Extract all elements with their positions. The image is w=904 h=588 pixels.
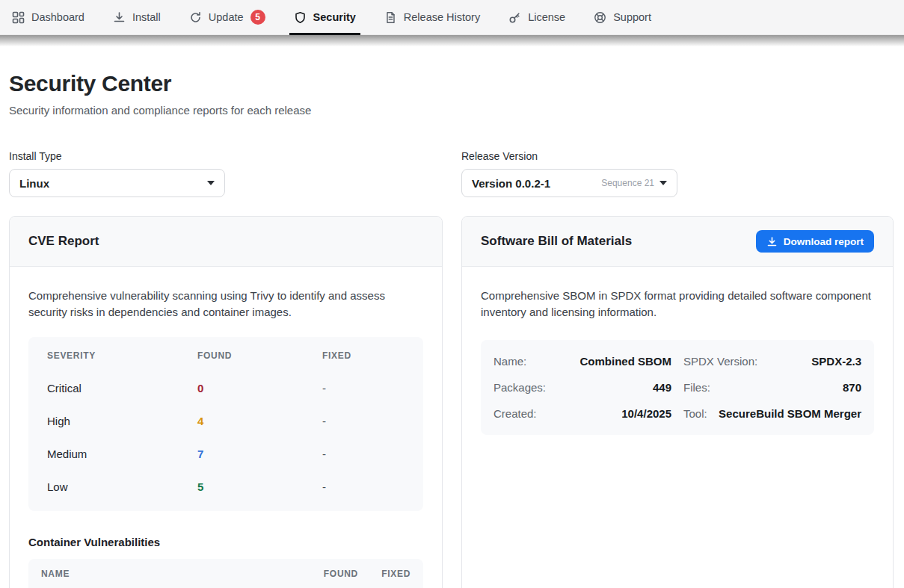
refresh-icon: [189, 11, 202, 24]
cve-report-description: Comprehensive vulnerability scanning usi…: [28, 288, 423, 321]
nav-item-label: Dashboard: [31, 11, 84, 23]
release-version-select[interactable]: Version 0.0.2-1 Sequence 21: [461, 169, 677, 197]
shield-icon: [294, 11, 307, 24]
container-vulnerabilities-title: Container Vulnerabilities: [28, 536, 423, 548]
update-count-badge: 5: [250, 10, 265, 25]
nav-item-support[interactable]: Support: [594, 0, 651, 35]
table-row: Low 5 -: [28, 471, 423, 504]
found-column-header: Found: [291, 569, 358, 579]
page-subtitle: Security information and compliance repo…: [9, 104, 894, 117]
table-row: Medium 7 -: [28, 438, 423, 471]
dashboard-grid-icon: [12, 11, 25, 24]
install-type-value: Linux: [19, 177, 49, 190]
install-type-filter: Install Type Linux: [9, 150, 225, 197]
table-row: Critical 0 -: [28, 372, 423, 405]
nav-item-label: Update: [209, 11, 244, 23]
cve-report-card: CVE Report Comprehensive vulnerability s…: [9, 216, 443, 588]
cve-report-title: CVE Report: [28, 234, 99, 249]
install-type-select[interactable]: Linux: [9, 169, 225, 197]
sbom-info-cell: Created: 10/4/2025: [493, 400, 671, 427]
release-version-label: Release Version: [461, 150, 677, 162]
page-title: Security Center: [9, 71, 894, 96]
main-content: Security Center Security information and…: [0, 71, 904, 588]
name-column-header: Name: [41, 569, 291, 579]
nav-item-update[interactable]: Update 5: [189, 0, 265, 35]
severity-column-header: Severity: [47, 350, 197, 361]
sbom-title: Software Bill of Materials: [481, 234, 632, 249]
nav-item-install[interactable]: Install: [113, 0, 161, 35]
sbom-card: Software Bill of Materials Download repo…: [461, 216, 894, 588]
nav-item-label: License: [528, 11, 565, 23]
key-icon: [508, 11, 521, 24]
nav-item-label: Support: [613, 11, 651, 23]
sbom-description: Comprehensive SBOM in SPDX format provid…: [481, 288, 874, 321]
release-version-filter: Release Version Version 0.0.2-1 Sequence…: [461, 150, 677, 197]
install-type-label: Install Type: [9, 150, 225, 162]
table-row: High 4 -: [28, 405, 423, 438]
sequence-label: Sequence 21: [601, 178, 654, 188]
lifebuoy-icon: [594, 11, 606, 24]
sbom-info-cell: Packages: 449: [493, 374, 671, 400]
nav-item-dashboard[interactable]: Dashboard: [12, 0, 84, 35]
severity-table-header: Severity Found Fixed: [28, 339, 423, 372]
nav-item-label: Install: [132, 11, 161, 23]
download-icon: [113, 11, 126, 24]
fixed-count: -: [322, 448, 423, 460]
document-icon: [384, 11, 397, 24]
sbom-info-cell: Name: Combined SBOM: [493, 348, 671, 374]
fixed-count: -: [322, 480, 423, 493]
top-nav: Dashboard Install Update 5 Security: [0, 0, 904, 35]
cve-report-header: CVE Report: [10, 217, 442, 267]
nav-item-security[interactable]: Security: [294, 0, 356, 35]
sbom-info-cell: Files: 870: [683, 374, 861, 400]
release-version-value: Version 0.0.2-1: [472, 177, 550, 190]
sbom-info-grid: Name: Combined SBOM SPDX Version: SPDX-2…: [481, 340, 874, 435]
nav-item-license[interactable]: License: [508, 0, 565, 35]
download-icon: [766, 236, 778, 247]
fixed-column-header: Fixed: [358, 569, 411, 579]
nav-shadow: [0, 35, 904, 46]
found-count: 4: [197, 415, 322, 427]
sbom-info-cell: SPDX Version: SPDX-2.3: [683, 348, 861, 374]
sbom-info-cell: Tool: SecureBuild SBOM Merger: [683, 400, 861, 427]
filters-row: Install Type Linux Release Version Versi…: [9, 150, 894, 197]
fixed-column-header: Fixed: [322, 350, 423, 361]
fixed-count: -: [322, 415, 423, 427]
found-count: 5: [197, 480, 322, 493]
found-column-header: Found: [197, 350, 322, 361]
chevron-down-icon: [207, 181, 215, 185]
severity-table: Severity Found Fixed Critical 0 - High 4…: [28, 337, 423, 511]
found-count: 7: [197, 448, 322, 460]
nav-item-label: Release History: [404, 11, 480, 23]
sbom-info-row: Created: 10/4/2025 Tool: SecureBuild SBO…: [493, 400, 861, 427]
nav-item-label: Security: [313, 11, 356, 23]
sbom-info-row: Name: Combined SBOM SPDX Version: SPDX-2…: [493, 348, 861, 374]
container-vulnerabilities-table-header: Name Found Fixed: [28, 559, 423, 588]
download-report-button[interactable]: Download report: [756, 230, 874, 253]
found-count: 0: [197, 382, 322, 394]
download-report-label: Download report: [784, 236, 864, 247]
nav-item-release-history[interactable]: Release History: [384, 0, 480, 35]
sbom-header: Software Bill of Materials Download repo…: [462, 217, 893, 267]
fixed-count: -: [322, 382, 423, 394]
sbom-info-row: Packages: 449 Files: 870: [493, 374, 861, 400]
chevron-down-icon: [659, 181, 667, 185]
